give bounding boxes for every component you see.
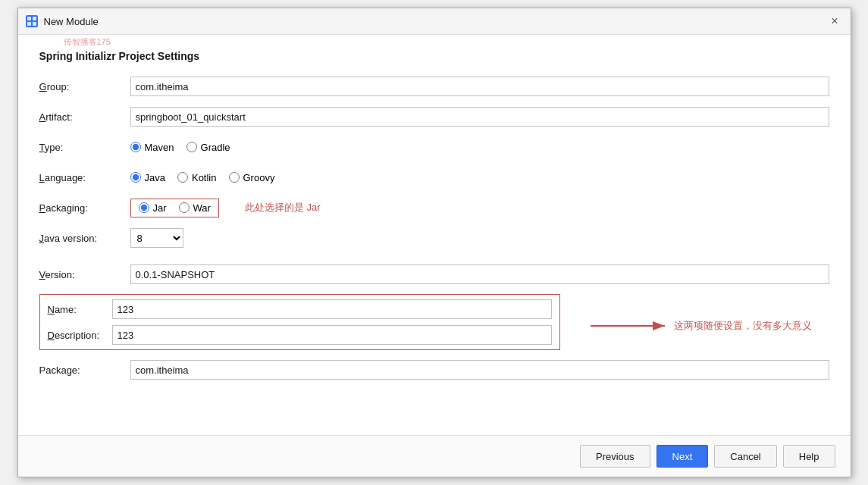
- type-radio-group: Maven Gradle: [130, 142, 230, 153]
- group-input[interactable]: [130, 77, 829, 96]
- section-title: Spring Initializr Project Settings: [39, 50, 829, 62]
- dialog-footer: Previous Next Cancel Help: [18, 435, 851, 477]
- dialog-title: New Module: [44, 16, 99, 27]
- new-module-dialog: New Module × 传智播客175 Spring Initializr P…: [17, 8, 851, 477]
- java-version-row: Java version: 8 11 17: [39, 227, 829, 249]
- name-desc-annotation-wrapper: 这两项随便设置，没有多大意义: [583, 311, 812, 341]
- name-desc-wrapper: Name: Description:: [39, 294, 812, 350]
- previous-button[interactable]: Previous: [580, 445, 650, 468]
- description-label: Description:: [48, 330, 112, 341]
- type-gradle-label: Gradle: [201, 142, 230, 153]
- dialog-body: 传智播客175 Spring Initializr Project Settin…: [18, 35, 851, 435]
- package-row: Package:: [39, 359, 829, 380]
- name-input[interactable]: [112, 299, 552, 319]
- spacer: [39, 258, 829, 264]
- module-icon: [26, 15, 38, 27]
- java-version-label: Java version:: [39, 233, 130, 244]
- next-button[interactable]: Next: [656, 445, 709, 468]
- version-label: Version:: [39, 269, 130, 280]
- name-desc-outer-row: Name: Description:: [39, 294, 829, 350]
- artifact-input[interactable]: [130, 107, 829, 127]
- title-bar: New Module ×: [18, 8, 851, 35]
- svg-rect-1: [33, 17, 36, 20]
- artifact-row: Artifact:: [39, 106, 829, 127]
- type-row: Type: Maven Gradle: [39, 136, 829, 158]
- language-groovy-option[interactable]: Groovy: [229, 172, 275, 183]
- version-row: Version:: [39, 264, 829, 285]
- language-kotlin-label: Kotlin: [192, 172, 217, 183]
- packaging-war-label: War: [193, 202, 211, 214]
- java-version-select[interactable]: 8 11 17: [130, 228, 183, 248]
- name-label: Name:: [48, 304, 112, 315]
- group-row: Group:: [39, 76, 829, 97]
- type-gradle-option[interactable]: Gradle: [186, 142, 230, 153]
- help-button[interactable]: Help: [783, 445, 835, 468]
- type-label: Type:: [39, 142, 130, 153]
- language-java-label: Java: [145, 172, 165, 183]
- type-maven-option[interactable]: Maven: [130, 142, 174, 153]
- language-row: Language: Java Kotlin Groovy: [39, 167, 829, 188]
- package-label: Package:: [39, 365, 130, 376]
- name-field-row: Name:: [48, 299, 552, 319]
- language-kotlin-option[interactable]: Kotlin: [177, 172, 217, 183]
- name-desc-annotation: 这两项随便设置，没有多大意义: [674, 319, 812, 333]
- language-radio-group: Java Kotlin Groovy: [130, 172, 275, 183]
- packaging-label: Packaging:: [39, 202, 130, 214]
- svg-rect-2: [27, 22, 31, 26]
- group-label: Group:: [39, 81, 130, 92]
- svg-rect-3: [33, 22, 36, 26]
- svg-rect-0: [27, 17, 31, 20]
- name-desc-fields: Name: Description:: [39, 294, 560, 350]
- packaging-row: Packaging: Jar War 此处选择的是 Jar: [39, 197, 829, 218]
- cancel-button[interactable]: Cancel: [714, 445, 776, 468]
- language-java-option[interactable]: Java: [130, 172, 165, 183]
- watermark: 传智播客175: [64, 36, 111, 48]
- packaging-annotation: 此处选择的是 Jar: [245, 201, 321, 214]
- packaging-box: Jar War: [130, 199, 219, 217]
- artifact-label: Artifact:: [39, 111, 130, 123]
- language-label: Language:: [39, 172, 130, 183]
- close-icon[interactable]: ×: [826, 13, 842, 30]
- description-field-row: Description:: [48, 325, 552, 345]
- language-groovy-label: Groovy: [243, 172, 275, 183]
- type-maven-label: Maven: [145, 142, 174, 153]
- title-bar-left: New Module: [26, 15, 99, 27]
- description-input[interactable]: [112, 325, 552, 345]
- packaging-jar-label: Jar: [153, 202, 167, 214]
- packaging-jar-option[interactable]: Jar: [139, 202, 167, 214]
- package-input[interactable]: [130, 360, 829, 380]
- packaging-war-option[interactable]: War: [179, 202, 211, 214]
- version-input[interactable]: [130, 264, 829, 284]
- annotation-arrow-icon: [583, 311, 674, 341]
